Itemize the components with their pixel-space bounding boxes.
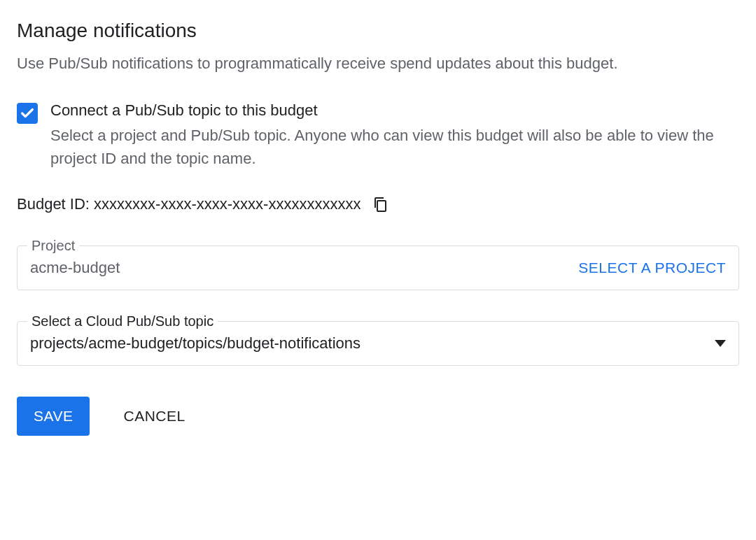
cancel-button[interactable]: CANCEL — [123, 408, 185, 425]
pubsub-checkbox-row: Connect a Pub/Sub topic to this budget S… — [17, 101, 739, 170]
budget-id-text: Budget ID: xxxxxxxx-xxxx-xxxx-xxxx-xxxxx… — [17, 195, 360, 213]
save-button[interactable]: SAVE — [17, 397, 90, 436]
budget-id-label: Budget ID: — [17, 195, 94, 213]
budget-id-value: xxxxxxxx-xxxx-xxxx-xxxx-xxxxxxxxxxxx — [94, 195, 360, 213]
section-description: Use Pub/Sub notifications to programmati… — [17, 52, 739, 75]
svg-marker-1 — [715, 340, 726, 347]
check-icon — [20, 106, 35, 121]
svg-rect-0 — [377, 201, 386, 211]
copy-icon[interactable] — [372, 196, 388, 213]
pubsub-checkbox-helper: Select a project and Pub/Sub topic. Anyo… — [50, 124, 739, 170]
topic-field[interactable]: Select a Cloud Pub/Sub topic projects/ac… — [17, 321, 739, 366]
project-field: Project acme-budget SELECT A PROJECT — [17, 246, 739, 290]
topic-field-value: projects/acme-budget/topics/budget-notif… — [30, 334, 360, 353]
project-field-label: Project — [27, 238, 79, 254]
topic-field-label: Select a Cloud Pub/Sub topic — [27, 313, 218, 329]
button-row: SAVE CANCEL — [17, 397, 739, 436]
section-title: Manage notifications — [17, 20, 739, 42]
pubsub-checkbox-label: Connect a Pub/Sub topic to this budget — [50, 101, 739, 120]
chevron-down-icon — [715, 340, 726, 347]
project-field-value: acme-budget — [30, 259, 120, 277]
pubsub-checkbox-content: Connect a Pub/Sub topic to this budget S… — [50, 101, 739, 170]
pubsub-checkbox[interactable] — [17, 103, 38, 124]
budget-id-row: Budget ID: xxxxxxxx-xxxx-xxxx-xxxx-xxxxx… — [17, 195, 739, 213]
select-project-button[interactable]: SELECT A PROJECT — [578, 260, 726, 276]
